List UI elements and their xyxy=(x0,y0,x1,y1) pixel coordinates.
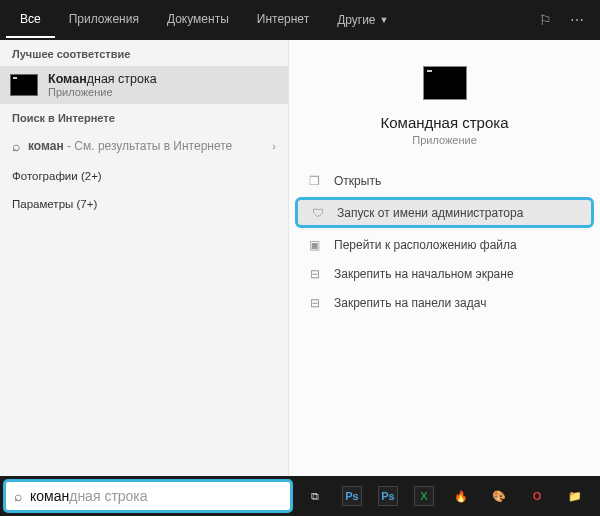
taskbar-app-flame[interactable]: 🔥 xyxy=(450,485,472,507)
taskbar-app-opera[interactable]: O xyxy=(526,485,548,507)
task-view-icon[interactable]: ⧉ xyxy=(304,485,326,507)
chevron-right-icon: › xyxy=(272,140,276,152)
section-best-match: Лучшее соответствие xyxy=(0,40,288,66)
category-parameters[interactable]: Параметры (7+) xyxy=(0,190,288,218)
pin-icon: ⊟ xyxy=(307,266,322,281)
chevron-down-icon: ▼ xyxy=(380,15,389,25)
taskbar-app-paint[interactable]: 🎨 xyxy=(488,485,510,507)
taskbar-app-explorer[interactable]: 📁 xyxy=(564,485,586,507)
tab-internet[interactable]: Интернет xyxy=(243,2,323,38)
pin-icon: ⊟ xyxy=(307,295,322,310)
more-icon[interactable]: ⋯ xyxy=(570,12,584,28)
shield-icon: 🛡 xyxy=(310,205,325,220)
preview-pane: Командная строка Приложение ❐Открыть 🛡За… xyxy=(288,40,600,476)
search-icon: ⌕ xyxy=(14,488,22,504)
open-icon: ❐ xyxy=(307,173,322,188)
preview-title: Командная строка xyxy=(299,114,590,131)
action-open[interactable]: ❐Открыть xyxy=(289,166,600,195)
tab-all[interactable]: Все xyxy=(6,2,55,38)
taskbar: ⌕ командная строка ⧉ Ps Ps X 🔥 🎨 O 📁 xyxy=(0,476,600,516)
folder-icon: ▣ xyxy=(307,237,322,252)
web-search-item[interactable]: ⌕ коман - См. результаты в Интернете › xyxy=(0,130,288,162)
section-web-search: Поиск в Интернете xyxy=(0,104,288,130)
action-pin-start[interactable]: ⊟Закрепить на начальном экране xyxy=(289,259,600,288)
results-pane: Лучшее соответствие Командная строка При… xyxy=(0,40,288,476)
web-query: коман - См. результаты в Интернете xyxy=(28,139,232,153)
tab-apps[interactable]: Приложения xyxy=(55,2,153,38)
result-best-cmd[interactable]: Командная строка Приложение xyxy=(0,66,288,104)
taskbar-app-excel[interactable]: X xyxy=(414,486,434,506)
tab-documents[interactable]: Документы xyxy=(153,2,243,38)
feedback-icon[interactable]: ⚐ xyxy=(539,12,552,28)
action-pin-taskbar[interactable]: ⊟Закрепить на панели задач xyxy=(289,288,600,317)
taskbar-app-ps1[interactable]: Ps xyxy=(342,486,362,506)
category-photos[interactable]: Фотографии (2+) xyxy=(0,162,288,190)
preview-app-icon xyxy=(423,66,467,100)
tab-more[interactable]: Другие▼ xyxy=(323,2,402,38)
taskbar-app-ps2[interactable]: Ps xyxy=(378,486,398,506)
taskbar-search-box[interactable]: ⌕ командная строка xyxy=(3,479,293,513)
preview-subtitle: Приложение xyxy=(299,134,590,146)
search-input[interactable]: командная строка xyxy=(30,488,148,504)
search-icon: ⌕ xyxy=(12,138,20,154)
result-title: Командная строка xyxy=(48,72,157,86)
action-open-location[interactable]: ▣Перейти к расположению файла xyxy=(289,230,600,259)
result-subtitle: Приложение xyxy=(48,86,157,98)
cmd-icon xyxy=(10,74,38,96)
action-run-as-admin[interactable]: 🛡Запуск от имени администратора xyxy=(295,197,594,228)
top-tab-bar: Все Приложения Документы Интернет Другие… xyxy=(0,0,600,40)
